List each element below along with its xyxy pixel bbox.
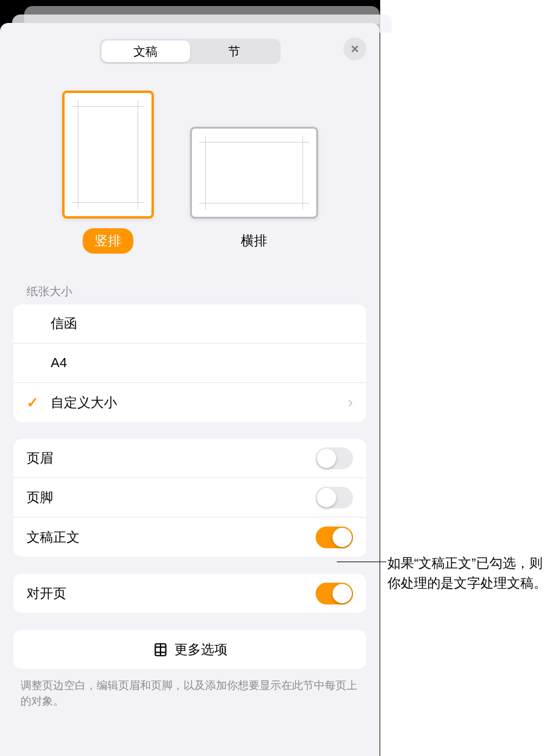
- orientation-landscape-option[interactable]: 横排: [190, 91, 318, 254]
- facing-pages-toggle[interactable]: [316, 583, 353, 604]
- portrait-label: 竖排: [83, 228, 133, 254]
- paper-size-list: ✓ 信函 ✓ A4 ✓ 自定义大小 ›: [13, 304, 366, 422]
- header-footer-group: 页眉 页脚 文稿正文: [13, 439, 366, 557]
- orientation-row: 竖排 横排: [13, 91, 366, 254]
- facing-pages-group: 对开页: [13, 574, 366, 613]
- chevron-right-icon: ›: [348, 393, 353, 412]
- footer-toggle[interactable]: [316, 487, 353, 508]
- more-options-button[interactable]: 更多选项: [13, 630, 366, 669]
- callout-text: 如果“文稿正文”已勾选，则你处理的是文字处理文稿。: [386, 552, 551, 594]
- tab-section[interactable]: 节: [190, 40, 279, 62]
- paper-size-option-label: 信函: [51, 315, 353, 333]
- facing-pages-label: 对开页: [27, 585, 316, 603]
- paper-size-option-a4[interactable]: ✓ A4: [13, 344, 366, 383]
- more-options-label: 更多选项: [174, 641, 228, 659]
- header-toggle[interactable]: [316, 447, 353, 469]
- landscape-label: 横排: [229, 228, 279, 254]
- close-button[interactable]: [343, 37, 366, 60]
- footer-label: 页脚: [27, 489, 316, 507]
- document-body-toggle-row: 文稿正文: [13, 517, 366, 557]
- tab-document[interactable]: 文稿: [101, 40, 190, 62]
- footer-toggle-row: 页脚: [13, 478, 366, 517]
- tab-segmented-control: 文稿 节: [100, 39, 281, 64]
- document-body-toggle[interactable]: [316, 527, 353, 548]
- layout-grid-icon: [153, 642, 168, 658]
- checkmark-icon: ✓: [27, 394, 51, 411]
- paper-size-option-label: 自定义大小: [51, 394, 348, 412]
- callout-leader-line: [337, 562, 386, 562]
- close-icon: [350, 44, 360, 54]
- panel-header: 文稿 节: [13, 36, 366, 66]
- paper-size-option-label: A4: [51, 355, 353, 371]
- more-options-footer-text: 调整页边空白，编辑页眉和页脚，以及添加你想要显示在此节中每页上的对象。: [21, 678, 359, 709]
- document-body-label: 文稿正文: [27, 528, 316, 546]
- paper-size-option-custom[interactable]: ✓ 自定义大小 ›: [13, 383, 366, 422]
- header-toggle-row: 页眉: [13, 439, 366, 478]
- portrait-preview-icon: [62, 91, 154, 219]
- landscape-preview-icon: [190, 127, 318, 219]
- header-label: 页眉: [27, 449, 316, 467]
- facing-pages-toggle-row: 对开页: [13, 574, 366, 613]
- paper-size-option-letter[interactable]: ✓ 信函: [13, 304, 366, 344]
- orientation-portrait-option[interactable]: 竖排: [62, 91, 154, 254]
- document-settings-panel: 文稿 节 竖排 横排 纸张大小 ✓ 信函: [0, 23, 380, 756]
- paper-size-section-label: 纸张大小: [27, 284, 366, 300]
